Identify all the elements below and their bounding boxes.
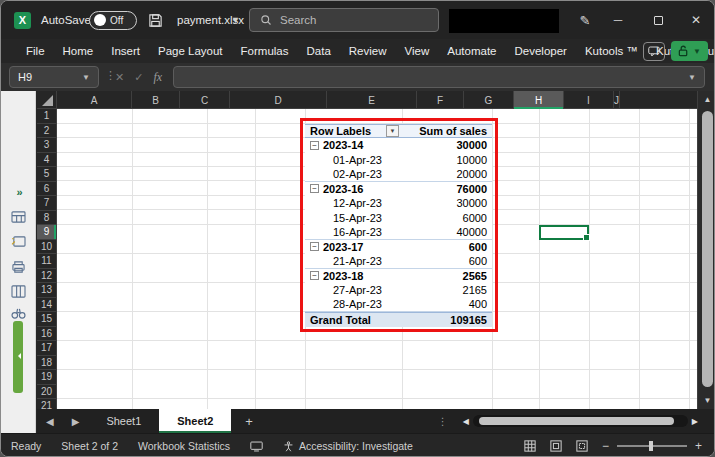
row-header[interactable]: 17 bbox=[37, 341, 57, 356]
formula-input[interactable]: ▼ bbox=[173, 66, 705, 88]
pane-flash-icon[interactable] bbox=[1, 235, 36, 248]
accessibility-button[interactable]: Accessibility: Investigate bbox=[273, 440, 413, 452]
row-header[interactable]: 15 bbox=[37, 312, 57, 327]
autosave-state: Off bbox=[110, 15, 123, 26]
row-header[interactable]: 21 bbox=[37, 399, 57, 409]
zoom-slider-thumb[interactable] bbox=[649, 441, 653, 451]
scroll-down-icon[interactable]: ▼ bbox=[698, 396, 715, 405]
prev-sheet-icon[interactable]: ◀ bbox=[37, 416, 63, 427]
name-box-value: H9 bbox=[18, 71, 32, 83]
row-header[interactable]: 18 bbox=[37, 356, 57, 371]
column-header[interactable]: H bbox=[514, 91, 564, 109]
row-header[interactable]: 12 bbox=[37, 269, 57, 284]
search-input[interactable]: Search bbox=[249, 8, 439, 32]
ribbon-tab[interactable]: File bbox=[17, 39, 54, 63]
row-header[interactable]: 6 bbox=[37, 182, 57, 197]
confirm-entry-icon[interactable]: ✓ bbox=[134, 71, 143, 84]
column-header[interactable]: I bbox=[564, 91, 614, 109]
ribbon-tab[interactable]: Insert bbox=[102, 39, 149, 63]
share-chevron-icon: ▼ bbox=[693, 47, 701, 56]
name-box-chevron-icon[interactable]: ▼ bbox=[82, 73, 90, 82]
row-header[interactable]: 4 bbox=[37, 153, 57, 168]
horizontal-scrollbar[interactable]: ◀ ▶ bbox=[459, 415, 702, 427]
vertical-scroll-thumb[interactable] bbox=[702, 111, 713, 387]
row-header[interactable]: 14 bbox=[37, 298, 57, 313]
row-header[interactable]: 5 bbox=[37, 167, 57, 182]
row-header[interactable]: 19 bbox=[37, 370, 57, 385]
column-header[interactable]: A bbox=[57, 91, 132, 109]
zoom-in-icon[interactable]: + bbox=[695, 439, 702, 453]
column-header[interactable]: E bbox=[327, 91, 417, 109]
ribbon-tab[interactable]: Formulas bbox=[232, 39, 298, 63]
sheet-tab[interactable]: Sheet1 bbox=[88, 409, 159, 433]
sheet-tab[interactable]: Sheet2 bbox=[159, 409, 231, 433]
name-box[interactable]: H9 ▼ bbox=[9, 66, 99, 88]
vertical-scrollbar[interactable]: ▲ ▼ bbox=[697, 91, 715, 409]
row-header[interactable]: 11 bbox=[37, 254, 57, 269]
ribbon-tab[interactable]: View bbox=[396, 39, 439, 63]
horizontal-scroll-thumb[interactable] bbox=[479, 417, 674, 425]
binoculars-icon[interactable] bbox=[1, 307, 36, 319]
scroll-left-icon[interactable]: ◀ bbox=[459, 417, 473, 426]
select-all-button[interactable] bbox=[37, 91, 57, 109]
autosave-toggle[interactable]: Off bbox=[89, 1, 137, 39]
kutools-sidebar: » bbox=[1, 91, 36, 433]
ribbon-tab[interactable]: Developer bbox=[505, 39, 575, 63]
insert-function-icon[interactable]: fx bbox=[153, 70, 162, 85]
scroll-right-icon[interactable]: ▶ bbox=[688, 417, 702, 426]
row-header[interactable]: 1 bbox=[37, 109, 57, 124]
formula-bar-expand-icon[interactable]: ▼ bbox=[688, 73, 696, 82]
column-header[interactable]: B bbox=[132, 91, 180, 109]
page-layout-view-icon[interactable] bbox=[550, 440, 562, 452]
column-header[interactable]: D bbox=[230, 91, 327, 109]
minimize-button[interactable]: ─ bbox=[601, 1, 635, 39]
row-header[interactable]: 7 bbox=[37, 196, 57, 211]
ribbon-tab[interactable]: Home bbox=[54, 39, 103, 63]
close-button[interactable]: ✕ bbox=[679, 1, 713, 39]
expand-pane-icon[interactable]: » bbox=[1, 186, 36, 198]
comments-button[interactable] bbox=[643, 42, 665, 61]
row-header[interactable]: 16 bbox=[37, 327, 57, 342]
page-break-preview-icon[interactable] bbox=[576, 440, 588, 452]
display-settings-icon[interactable] bbox=[240, 441, 273, 452]
new-sheet-button[interactable]: + bbox=[231, 414, 267, 429]
cancel-entry-icon[interactable]: ✕ bbox=[115, 71, 124, 84]
printer-icon[interactable] bbox=[1, 260, 36, 273]
cell-grid[interactable]: − Row Labels ▼ Sum of sales − 2023- bbox=[57, 109, 697, 409]
pane-drag-handle[interactable] bbox=[13, 321, 23, 393]
workbook-grid-icon[interactable] bbox=[1, 210, 36, 223]
ink-pen-icon[interactable]: ✎ bbox=[573, 1, 597, 39]
next-sheet-icon[interactable]: ▶ bbox=[63, 416, 89, 427]
ribbon-tab[interactable]: Page Layout bbox=[149, 39, 232, 63]
share-button[interactable]: ▼ bbox=[671, 41, 708, 61]
maximize-button[interactable] bbox=[641, 1, 675, 39]
row-header[interactable]: 9 bbox=[37, 225, 57, 240]
row-header[interactable]: 13 bbox=[37, 283, 57, 298]
column-header[interactable]: J bbox=[614, 91, 620, 109]
columns-view-icon[interactable] bbox=[1, 285, 36, 298]
row-header[interactable]: 2 bbox=[37, 124, 57, 139]
zoom-out-icon[interactable]: − bbox=[602, 439, 609, 453]
row-header[interactable]: 3 bbox=[37, 138, 57, 153]
normal-view-icon[interactable] bbox=[524, 440, 536, 452]
row-header[interactable]: 8 bbox=[37, 211, 57, 226]
zoom-slider[interactable]: − + bbox=[602, 439, 702, 453]
workbook-statistics-button[interactable]: Workbook Statistics bbox=[128, 440, 240, 452]
scrollbar-grip-icon[interactable]: ⋮ bbox=[438, 416, 449, 427]
accessibility-icon bbox=[283, 441, 294, 452]
column-header[interactable]: C bbox=[180, 91, 230, 109]
scroll-up-icon[interactable]: ▲ bbox=[698, 95, 715, 104]
status-sheet-count[interactable]: Sheet 2 of 2 bbox=[51, 440, 128, 452]
status-bar: Ready Sheet 2 of 2 Workbook Statistics A… bbox=[1, 433, 715, 457]
row-header[interactable]: 10 bbox=[37, 240, 57, 255]
column-header[interactable]: F bbox=[417, 91, 464, 109]
save-icon[interactable] bbox=[148, 1, 163, 39]
filename-chevron-icon[interactable]: ▼ bbox=[231, 1, 240, 39]
column-header[interactable]: G bbox=[464, 91, 514, 109]
ribbon-tab[interactable]: Review bbox=[340, 39, 396, 63]
selected-cell-H9[interactable] bbox=[539, 225, 589, 240]
ribbon-tab[interactable]: Data bbox=[298, 39, 340, 63]
row-header[interactable]: 20 bbox=[37, 385, 57, 400]
ribbon-tab[interactable]: Kutools ™ bbox=[576, 39, 647, 63]
ribbon-tab[interactable]: Automate bbox=[438, 39, 505, 63]
